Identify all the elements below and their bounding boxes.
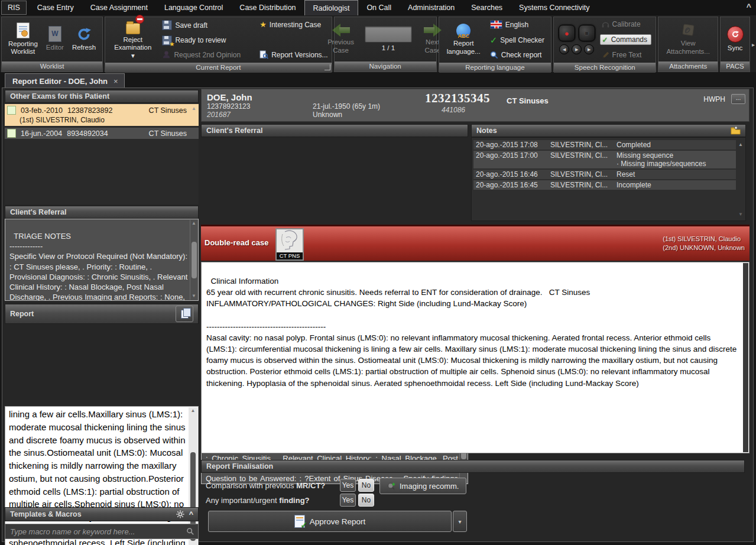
approve-dropdown-button[interactable]: ▾ xyxy=(453,511,467,532)
templates-macros-header: Templates & Macros ^ xyxy=(5,507,199,521)
other-exams-header: Other Exams for this Patient xyxy=(5,90,199,103)
urgent-yes-button[interactable]: Yes xyxy=(340,494,356,507)
report-language-button[interactable]: ABC Report language... xyxy=(444,22,484,56)
imaging-recommendation-icon xyxy=(387,482,396,491)
attachments-icon xyxy=(680,22,696,38)
previous-case-icon xyxy=(331,24,351,37)
ready-to-review-button[interactable]: ★ Ready to review xyxy=(160,35,242,46)
imaging-recommendation-button[interactable]: Imaging recomm. xyxy=(379,478,466,494)
double-read-banner: Double-read case CT PNS (1st) SILVESTRIN… xyxy=(201,225,749,261)
note-status: Incomplete xyxy=(617,181,651,189)
ribbon-expand-icon[interactable]: ▸ xyxy=(752,17,755,72)
group-label-pacs: PACS xyxy=(721,61,749,72)
urgent-no-button[interactable]: No xyxy=(358,494,374,507)
scroll-up-icon[interactable]: ▲ xyxy=(738,142,743,147)
close-tab-icon[interactable]: × xyxy=(113,77,118,86)
ct-pns-thumbnail[interactable]: CT PNS xyxy=(275,228,304,261)
refresh-button[interactable]: Refresh xyxy=(69,25,99,53)
menu-tab-case-assignment[interactable]: Case Assignment xyxy=(82,0,156,15)
note-row[interactable]: 20-ago.-2015 16:45 SILVESTRIN, Cl... Inc… xyxy=(473,180,736,190)
gear-icon[interactable] xyxy=(176,510,184,518)
report-editor-textarea[interactable]: Clinical Information 65 year old with re… xyxy=(201,262,749,453)
scroll-thumb[interactable] xyxy=(192,242,197,278)
exam-list-item[interactable]: 03-feb.-2010 12387823892 CT Sinuses (1st… xyxy=(5,104,199,126)
notes-folder-icon[interactable] xyxy=(731,126,741,135)
note-row[interactable]: 20-ago.-2015 17:08 SILVESTRIN, Cl... Com… xyxy=(473,140,736,150)
sidebar-referral-header: Client's Referral xyxy=(5,206,199,219)
comparison-yes-button[interactable]: Yes xyxy=(340,479,356,492)
other-exams-list: 03-feb.-2010 12387823892 CT Sinuses (1st… xyxy=(5,103,199,205)
collapse-panel-icon[interactable]: ^ xyxy=(189,510,193,518)
record-button[interactable]: ● xyxy=(559,25,575,41)
case-counter: 1 / 1 xyxy=(362,25,415,53)
menu-tab-case-distribution[interactable]: Case Distribution xyxy=(231,0,304,15)
scroll-up-icon[interactable]: ▲ xyxy=(192,106,196,111)
collapse-ribbon-icon[interactable]: ^ xyxy=(747,2,751,12)
patient-banner: DOE, John 12378923123 201687 21-jul.-195… xyxy=(201,89,749,122)
editor-label: Editor xyxy=(46,44,64,51)
editor-button: W Editor xyxy=(43,25,67,53)
note-row[interactable]: 20-ago.-2015 17:00 SILVESTRIN, Cl... Mis… xyxy=(473,151,736,168)
reject-dropdown-icon: ▾ xyxy=(131,52,135,59)
exam-study: CT Sinuses xyxy=(149,106,187,115)
approve-report-label: Approve Report xyxy=(310,517,366,526)
sidebar-referral-body: TRIAGE NOTES ------------- Specific View… xyxy=(5,219,199,301)
request-2nd-opinion-label: Request 2nd Opinion xyxy=(174,51,241,59)
forward-button[interactable]: ▶ xyxy=(584,44,594,54)
editor-scrollbar[interactable] xyxy=(743,263,748,452)
report-versions-button[interactable]: Report Versions... xyxy=(258,50,329,60)
menu-tab-administration[interactable]: Administration xyxy=(400,0,463,15)
menu-tab-case-entry[interactable]: Case Entry xyxy=(29,0,82,15)
menu-tab-on-call[interactable]: On Call xyxy=(358,0,400,15)
sidebar-report-header: Report xyxy=(5,304,199,324)
copy-report-button[interactable] xyxy=(176,306,193,322)
note-datetime: 20-ago.-2015 16:46 xyxy=(476,170,550,179)
scroll-down-icon[interactable]: ▼ xyxy=(738,212,743,217)
calibrate-icon xyxy=(602,21,609,28)
reject-examination-button[interactable]: Reject Examination ▾ xyxy=(111,18,154,61)
report-editor-tab-title: Report Editor - DOE, John xyxy=(12,77,108,86)
menu-tab-systems-connectivity[interactable]: Systems Connectivity xyxy=(511,0,598,15)
menu-tab-radiologist[interactable]: Radiologist xyxy=(304,0,359,15)
sync-button[interactable]: Sync xyxy=(724,25,747,53)
interesting-case-button[interactable]: ★ Interesting Case xyxy=(258,20,329,30)
next-case-icon xyxy=(423,24,443,37)
ribbon-group-pacs: Sync PACS xyxy=(720,17,750,72)
report-editor-tab[interactable]: Report Editor - DOE, John × xyxy=(5,73,125,89)
menu-tab-language-control[interactable]: Language Control xyxy=(156,0,231,15)
spell-checker-button[interactable]: ✓ Spell Checker xyxy=(488,34,546,46)
scroll-up-icon[interactable]: ▲ xyxy=(191,408,196,413)
exam-list-item[interactable]: 16-jun.-2004 8934892034 CT Sinuses xyxy=(5,128,199,139)
reject-examination-label: Reject Examination xyxy=(114,36,151,51)
check-report-button[interactable]: Check report xyxy=(488,50,546,60)
approve-report-button[interactable]: ✓ Approve Report xyxy=(208,511,452,532)
dialog-launcher-icon[interactable] xyxy=(325,64,330,70)
commands-button[interactable]: ✓ Commands xyxy=(600,34,651,45)
comparison-no-button[interactable]: No xyxy=(358,479,374,492)
site-code: HWPH xyxy=(703,95,725,103)
save-draft-button[interactable]: Save draft xyxy=(160,20,242,31)
play-button[interactable]: ▶ xyxy=(572,44,582,54)
menu-tab-ris[interactable]: RIS xyxy=(1,1,27,15)
reporting-worklist-button[interactable]: Reporting Worklist xyxy=(5,21,41,57)
rewind-icon: ◀ xyxy=(563,47,566,52)
scroll-down-icon[interactable]: ▼ xyxy=(192,294,196,299)
macro-search-box[interactable] xyxy=(5,524,199,539)
imaging-recommendation-label: Imaging recomm. xyxy=(400,482,459,491)
rewind-button[interactable]: ◀ xyxy=(559,44,569,54)
menu-tab-searches[interactable]: Searches xyxy=(463,0,511,15)
case-counter-box xyxy=(365,26,412,43)
more-button[interactable]: ... xyxy=(731,94,745,104)
language-english-button[interactable]: English xyxy=(488,20,546,30)
sidebar-referral-scrollbar[interactable]: ▲ ▼ xyxy=(190,220,197,300)
note-row[interactable]: 20-ago.-2015 16:46 SILVESTRIN, Cl... Res… xyxy=(473,170,736,179)
interesting-case-icon: ★ xyxy=(259,20,267,29)
commands-icon: ✓ xyxy=(602,35,608,44)
scroll-up-icon[interactable]: ▲ xyxy=(192,221,196,226)
stop-button[interactable]: ■ xyxy=(579,25,595,41)
exam-status-icon xyxy=(7,129,16,138)
note-status: Reset xyxy=(617,170,635,179)
ct-pns-caption: CT PNS xyxy=(277,252,303,259)
search-icon[interactable] xyxy=(186,527,194,536)
macro-search-input[interactable] xyxy=(9,527,186,537)
